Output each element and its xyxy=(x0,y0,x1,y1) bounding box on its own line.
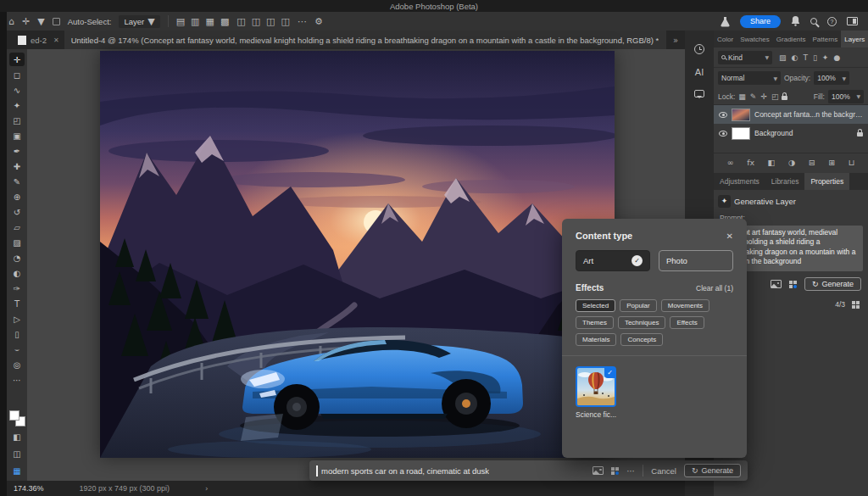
current-tool-icon[interactable]: ✛ xyxy=(22,17,30,26)
type-tool[interactable]: T xyxy=(9,297,25,310)
cancel-button[interactable]: Cancel xyxy=(651,466,676,476)
chip-effects[interactable]: Effects xyxy=(670,316,704,329)
zoom-level[interactable]: 174.36% xyxy=(14,484,44,493)
distribute-center-icon[interactable]: ◫ xyxy=(252,17,260,26)
lasso-tool[interactable]: ∿ xyxy=(9,83,25,97)
lock-pixels-icon[interactable]: ✎ xyxy=(750,92,757,101)
tab-layers[interactable]: Layers xyxy=(841,31,868,47)
layer-row-generative[interactable]: Concept art fanta...n the background xyxy=(714,105,868,124)
dodge-tool[interactable]: ◐ xyxy=(9,266,25,280)
history-brush-tool[interactable]: ↺ xyxy=(9,205,25,219)
new-layer-icon[interactable]: ⊞ xyxy=(828,158,835,167)
filter-toggle-icon[interactable]: ● xyxy=(833,53,840,62)
tab-swatches[interactable]: Swatches xyxy=(737,31,773,47)
beta-flask-icon[interactable] xyxy=(721,16,730,27)
screen-mode-toggle-icon[interactable]: ◫ xyxy=(9,447,25,460)
photo-button[interactable]: Photo xyxy=(659,250,733,271)
share-button[interactable]: Share xyxy=(740,15,781,28)
distribute-left-icon[interactable]: ◫ xyxy=(236,17,245,26)
zoom-tool[interactable]: ◎ xyxy=(9,358,25,371)
tab-libraries[interactable]: Libraries xyxy=(765,173,805,190)
workspace-gear-icon[interactable]: ⚙ xyxy=(314,17,323,26)
chip-materials[interactable]: Materials xyxy=(576,333,616,346)
layer-mask-icon[interactable]: ◧ xyxy=(768,158,776,167)
document-thumbnail-icon[interactable] xyxy=(18,36,26,45)
tab-gradients[interactable]: Gradients xyxy=(773,31,810,47)
hand-tool[interactable]: ⌣ xyxy=(9,343,25,356)
chip-themes[interactable]: Themes xyxy=(576,316,614,329)
tab-adjustments[interactable]: Adjustments xyxy=(714,173,765,190)
filter-adjustment-icon[interactable]: ◐ xyxy=(792,53,798,62)
healing-brush-tool[interactable]: ✚ xyxy=(9,159,25,173)
previous-tab[interactable]: ed-2 xyxy=(31,36,47,45)
shape-tool[interactable]: ▯ xyxy=(9,327,25,341)
lock-artboard-icon[interactable]: ◰ xyxy=(771,92,779,101)
tab-properties[interactable]: Properties xyxy=(804,173,849,190)
auto-select-dropdown[interactable]: Layer ▼ xyxy=(119,15,159,28)
pen-tool[interactable]: ✑ xyxy=(9,281,25,295)
lock-all-icon[interactable] xyxy=(782,96,787,100)
generate-button[interactable]: ↻ Generate xyxy=(684,464,741,477)
frame-tool[interactable]: ▣ xyxy=(9,129,25,142)
science-fiction-style-thumbnail[interactable]: ✓ xyxy=(576,366,616,407)
visibility-eye-icon[interactable] xyxy=(719,112,727,118)
crop-tool[interactable]: ◰ xyxy=(9,114,25,127)
prompt-input[interactable]: modern sports car on a road, cinematic a… xyxy=(316,465,585,476)
eyedropper-tool[interactable]: ✒ xyxy=(9,144,25,158)
variations-grid-icon[interactable] xyxy=(789,281,797,288)
distribute-bottom-icon[interactable]: ◫ xyxy=(281,17,290,26)
search-icon[interactable] xyxy=(810,18,817,25)
tab-overflow-icon[interactable]: » xyxy=(673,36,678,45)
reference-image-icon[interactable] xyxy=(593,466,604,475)
active-document-tab[interactable]: Untitled-4 @ 174% (Concept art fantasy w… xyxy=(64,31,666,49)
path-selection-tool[interactable]: ▷ xyxy=(9,312,25,326)
quick-mask-icon[interactable]: ◧ xyxy=(9,430,25,443)
clone-stamp-tool[interactable]: ⊕ xyxy=(9,190,25,203)
filter-pixel-icon[interactable]: ▨ xyxy=(779,53,787,62)
align-center-icon[interactable]: ▥ xyxy=(191,17,199,26)
home-icon[interactable]: ⌂ xyxy=(8,17,14,26)
visibility-eye-icon[interactable] xyxy=(719,131,727,137)
tab-patterns[interactable]: Patterns xyxy=(810,31,842,47)
foreground-color-swatch[interactable] xyxy=(9,410,19,421)
brush-tool[interactable]: ✎ xyxy=(9,175,25,188)
filter-shape-icon[interactable]: ▯ xyxy=(813,53,817,62)
tool-preset-chevron-icon[interactable]: ▼ xyxy=(37,17,44,26)
delete-layer-icon[interactable]: ⊔ xyxy=(849,158,854,167)
clear-all-link[interactable]: Clear all (1) xyxy=(696,284,733,293)
notifications-bell-icon[interactable] xyxy=(791,16,800,26)
chip-concepts[interactable]: Concepts xyxy=(620,333,663,346)
generate-button[interactable]: ↻ Generate xyxy=(804,277,861,291)
opacity-dropdown[interactable]: 100% ▼ xyxy=(814,71,849,85)
reference-image-icon[interactable] xyxy=(771,280,782,288)
close-tab-icon[interactable]: ✕ xyxy=(53,36,59,44)
align-left-icon[interactable]: ▤ xyxy=(176,17,185,26)
chip-selected[interactable]: Selected xyxy=(576,299,615,312)
group-layers-icon[interactable]: ⊟ xyxy=(809,158,815,167)
screen-mode-icon[interactable] xyxy=(847,17,858,25)
blend-mode-dropdown[interactable]: Normal ▼ xyxy=(718,71,781,85)
close-icon[interactable]: ✕ xyxy=(726,231,733,241)
lock-transparency-icon[interactable]: ▦ xyxy=(738,92,746,101)
variations-grid-icon[interactable] xyxy=(611,467,619,475)
status-chevron-icon[interactable]: › xyxy=(205,484,209,493)
object-selection-tool[interactable]: ✦ xyxy=(9,98,25,112)
layer-effects-icon[interactable]: fx xyxy=(747,158,754,167)
layer-thumbnail[interactable] xyxy=(732,109,750,121)
auto-select-checkbox[interactable] xyxy=(53,18,60,25)
comments-icon[interactable] xyxy=(694,90,704,98)
align-edges-icon[interactable]: ▩ xyxy=(220,17,229,26)
filter-smart-object-icon[interactable]: ✦ xyxy=(822,53,829,62)
tab-color[interactable]: Color xyxy=(714,31,737,47)
link-layers-icon[interactable]: ∞ xyxy=(727,158,734,167)
layer-row-background[interactable]: Background xyxy=(714,124,868,142)
more-options-icon[interactable]: ⋯ xyxy=(298,17,307,26)
filter-type-icon[interactable]: T xyxy=(803,53,808,62)
chip-popular[interactable]: Popular xyxy=(620,299,657,312)
grid-view-icon[interactable] xyxy=(852,301,860,309)
layer-thumbnail[interactable] xyxy=(732,127,750,140)
align-right-icon[interactable]: ▦ xyxy=(205,17,214,26)
edit-toolbar-button[interactable]: ⋯ xyxy=(9,373,25,387)
color-swatches[interactable] xyxy=(9,410,25,426)
art-button[interactable]: Art ✓ xyxy=(576,250,650,271)
